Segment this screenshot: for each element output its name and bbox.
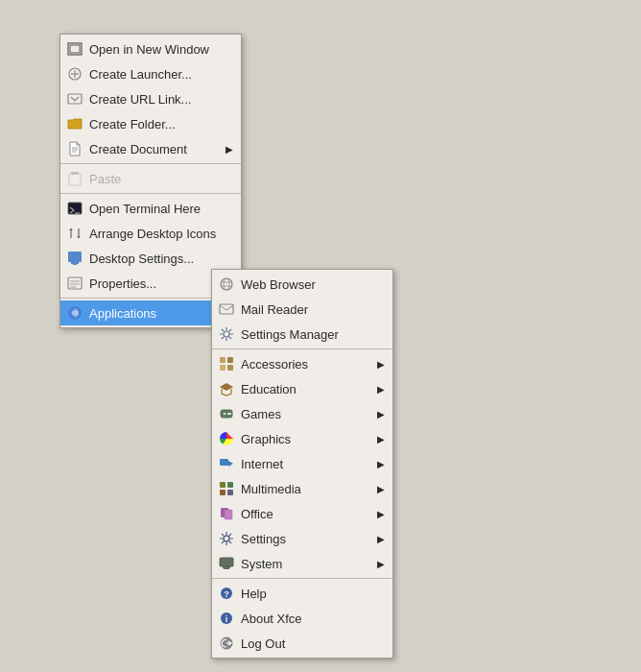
svg-rect-33 (227, 365, 233, 371)
svg-rect-1 (70, 45, 80, 53)
svg-point-24 (221, 278, 232, 290)
create-launcher-item[interactable]: Create Launcher... (60, 61, 241, 86)
system-item[interactable]: System ▶ (212, 551, 392, 576)
graphics-icon (218, 430, 235, 447)
svg-rect-49 (220, 558, 233, 566)
multimedia-icon (218, 480, 235, 497)
help-icon: ? (218, 585, 235, 602)
system-icon (218, 555, 235, 572)
settings-item[interactable]: Settings ▶ (212, 526, 392, 551)
create-document-item[interactable]: Create Document ▶ (60, 136, 241, 161)
internet-arrow: ▶ (368, 459, 385, 469)
settings-manager-item[interactable]: Settings Manager (212, 322, 392, 347)
accessories-arrow: ▶ (368, 359, 385, 370)
office-item[interactable]: Office ▶ (212, 501, 392, 526)
accessories-item[interactable]: Accessories ▶ (212, 351, 392, 376)
svg-rect-31 (227, 357, 233, 363)
education-arrow: ▶ (368, 384, 385, 395)
sub-separator-2 (212, 578, 392, 579)
desktop-settings-icon (66, 250, 83, 267)
svg-point-29 (224, 331, 229, 337)
graphics-item[interactable]: Graphics ▶ (212, 426, 392, 451)
create-launcher-icon (66, 65, 83, 83)
open-window-icon (66, 40, 83, 58)
games-arrow: ▶ (368, 409, 385, 420)
multimedia-arrow: ▶ (368, 484, 385, 494)
system-arrow: ▶ (368, 559, 385, 569)
svg-rect-42 (220, 482, 226, 488)
web-browser-icon (218, 276, 235, 293)
create-url-item[interactable]: Create URL Link... (60, 86, 241, 111)
svg-marker-41 (228, 461, 233, 467)
svg-rect-43 (227, 482, 233, 488)
games-icon (218, 405, 235, 422)
settings-arrow: ▶ (368, 534, 385, 544)
about-xfce-icon: i (218, 610, 235, 627)
arrange-icons-icon (66, 225, 83, 242)
svg-rect-10 (69, 174, 81, 185)
about-xfce-item[interactable]: i About Xfce (212, 606, 392, 631)
create-folder-item[interactable]: Create Folder... (60, 111, 241, 136)
svg-point-38 (229, 413, 231, 415)
create-document-icon (66, 140, 83, 157)
svg-rect-44 (220, 490, 226, 495)
office-arrow: ▶ (368, 509, 385, 519)
create-url-icon (66, 90, 83, 108)
svg-rect-5 (68, 94, 82, 104)
svg-text:?: ? (224, 589, 229, 599)
internet-item[interactable]: Internet ▶ (212, 451, 392, 476)
mail-reader-item[interactable]: Mail Reader (212, 297, 392, 322)
mail-reader-icon (218, 300, 235, 318)
settings-manager-icon (218, 325, 235, 343)
settings-icon (218, 530, 235, 547)
properties-icon (66, 275, 83, 292)
multimedia-item[interactable]: Multimedia ▶ (212, 476, 392, 501)
office-icon (218, 505, 235, 522)
create-folder-icon (66, 115, 83, 132)
web-browser-item[interactable]: Web Browser (212, 272, 392, 297)
open-terminal-item[interactable]: Open Terminal Here (60, 196, 241, 221)
open-terminal-icon (66, 200, 83, 217)
paste-item: Paste (60, 166, 241, 191)
create-document-arrow: ▶ (216, 144, 233, 155)
svg-text:i: i (226, 614, 228, 624)
svg-point-48 (224, 536, 229, 541)
svg-rect-45 (227, 490, 233, 495)
games-item[interactable]: Games ▶ (212, 401, 392, 426)
accessories-icon (218, 355, 235, 372)
svg-point-23 (72, 310, 78, 316)
applications-icon (66, 304, 83, 322)
svg-rect-32 (220, 365, 226, 371)
log-out-item[interactable]: Log Out (212, 631, 392, 656)
svg-rect-28 (220, 304, 233, 314)
education-icon (218, 380, 235, 397)
svg-rect-30 (220, 357, 226, 363)
internet-icon (218, 455, 235, 472)
svg-rect-47 (225, 510, 232, 519)
separator-1 (60, 163, 241, 164)
svg-point-25 (224, 278, 229, 290)
paste-icon (66, 170, 83, 187)
svg-rect-15 (68, 252, 82, 262)
svg-point-37 (227, 413, 229, 415)
log-out-icon (218, 635, 235, 652)
arrange-icons-item[interactable]: Arrange Desktop Icons (60, 221, 241, 246)
graphics-arrow: ▶ (368, 434, 385, 444)
open-new-window-item[interactable]: Open in New Window (60, 36, 241, 61)
applications-submenu: Web Browser Mail Reader Settings Manager… (211, 269, 393, 659)
help-item[interactable]: ? Help (212, 581, 392, 606)
separator-2 (60, 193, 241, 194)
sub-separator-1 (212, 348, 392, 349)
svg-rect-40 (220, 459, 228, 466)
desktop-settings-item[interactable]: Desktop Settings... (60, 246, 241, 271)
education-item[interactable]: Education ▶ (212, 376, 392, 401)
